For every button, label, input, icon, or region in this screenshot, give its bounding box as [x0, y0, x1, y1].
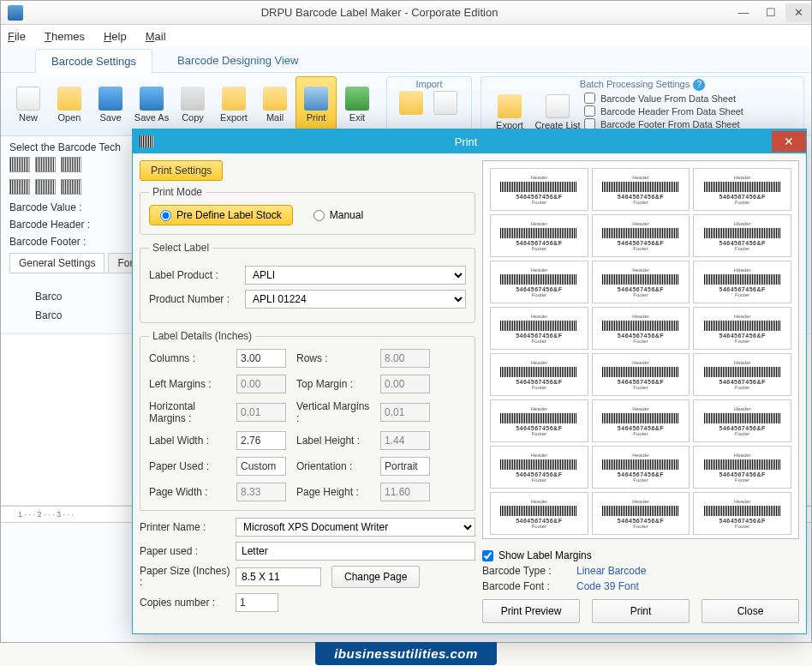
save-icon — [99, 87, 122, 111]
excel-icon — [399, 91, 423, 115]
menu-file[interactable]: File — [8, 30, 26, 43]
batch-create-list[interactable]: Create List — [531, 94, 584, 130]
batch-export[interactable]: Export — [488, 94, 531, 130]
top-margin-input[interactable] — [380, 375, 430, 393]
ribbon: New Open Save Save As Copy Export Mail P… — [1, 73, 811, 136]
import-excel[interactable] — [394, 91, 428, 117]
change-page-button[interactable]: Change Page — [331, 566, 420, 588]
barcode-value-label: Barcode Value : — [9, 201, 104, 213]
left-margin-input[interactable] — [236, 375, 286, 393]
label-preview-cell: Header5464567456&FFooter — [490, 261, 588, 303]
window-title: DRPU Barcode Label Maker - Corporate Edi… — [30, 6, 729, 19]
maximize-button[interactable]: ☐ — [758, 3, 784, 22]
barcode-icon — [140, 135, 153, 147]
barcode-font-value: Code 39 Font — [576, 580, 639, 592]
mail-icon — [263, 87, 287, 111]
columns-input[interactable] — [236, 349, 286, 368]
product-number-select[interactable]: APLI 01224 — [245, 290, 466, 309]
label-preview-cell: Header5464567456&FFooter — [592, 446, 690, 489]
print-mode-fieldset: Print Mode Pre Define Label Stock Manual — [140, 186, 475, 235]
paper-size-display — [236, 567, 321, 586]
dialog-titlebar: Print ✕ — [133, 129, 806, 153]
paper-used-input[interactable] — [236, 457, 286, 476]
print-settings-tab[interactable]: Print Settings — [140, 160, 223, 181]
subtab-general[interactable]: General Settings — [9, 253, 104, 273]
close-button[interactable]: ✕ — [785, 3, 811, 22]
label-preview-cell: Header5464567456&FFooter — [592, 261, 690, 303]
page-width-input[interactable] — [236, 483, 286, 501]
ribbon-mail[interactable]: Mail — [254, 76, 296, 132]
print-dialog: Print ✕ Print Settings Print Mode Pre De… — [132, 129, 807, 634]
ribbon-print[interactable]: Print — [296, 76, 337, 132]
ribbon-saveas[interactable]: Save As — [131, 76, 172, 132]
ribbon-save[interactable]: Save — [90, 76, 131, 132]
label-preview-cell: Header5464567456&FFooter — [490, 399, 588, 442]
label-preview-cell: Header5464567456&FFooter — [490, 168, 588, 211]
batch-options: Barcode Value From Data Sheet Barcode He… — [584, 93, 743, 131]
tab-barcode-designing-view[interactable]: Barcode Designing View — [161, 48, 314, 72]
barcode-thumb-icon[interactable] — [61, 179, 81, 195]
label-width-input[interactable] — [236, 431, 286, 450]
label-preview-cell: Header5464567456&FFooter — [693, 446, 791, 489]
radio-predefine-label-stock[interactable]: Pre Define Label Stock — [149, 205, 293, 225]
label-preview-cell: Header5464567456&FFooter — [592, 307, 690, 350]
vertical-margin-input[interactable] — [380, 403, 430, 422]
label-preview-cell: Header5464567456&FFooter — [693, 492, 791, 535]
ribbon-copy[interactable]: Copy — [172, 76, 213, 132]
ribbon-export[interactable]: Export — [213, 76, 254, 132]
dialog-title: Print — [160, 135, 772, 148]
ribbon-new[interactable]: New — [8, 76, 49, 132]
barcode-thumb-icon[interactable] — [9, 157, 30, 172]
label-preview-cell: Header5464567456&FFooter — [592, 214, 690, 257]
barcode-thumb-icon[interactable] — [9, 179, 30, 195]
radio-manual[interactable]: Manual — [313, 209, 363, 221]
label-preview-cell: Header5464567456&FFooter — [592, 353, 690, 396]
label-product-select[interactable]: APLI — [245, 266, 466, 285]
label-preview-cell: Header5464567456&FFooter — [490, 214, 588, 257]
titlebar: DRPU Barcode Label Maker - Corporate Edi… — [1, 1, 811, 25]
copy-icon — [181, 87, 205, 111]
label-preview-panel: Header5464567456&FFooterHeader5464567456… — [482, 160, 799, 539]
label-details-fieldset: Label Details (Inches) Columns : Rows : … — [140, 330, 475, 511]
label-preview-cell: Header5464567456&FFooter — [490, 446, 588, 489]
label-preview-cell: Header5464567456&FFooter — [693, 399, 791, 442]
tab-barcode-settings[interactable]: Barcode Settings — [35, 49, 152, 73]
file-icon — [433, 91, 457, 115]
dialog-close-button[interactable]: ✕ — [772, 131, 806, 152]
saveas-icon — [140, 87, 164, 111]
label-height-input[interactable] — [380, 431, 430, 450]
menu-help[interactable]: Help — [104, 30, 127, 43]
new-icon — [16, 87, 40, 111]
label-preview-cell: Header5464567456&FFooter — [592, 168, 690, 211]
print-preview-button[interactable]: Print Preview — [482, 599, 580, 623]
ribbon-open[interactable]: Open — [49, 76, 90, 132]
close-button[interactable]: Close — [702, 599, 799, 623]
import-file[interactable] — [428, 91, 463, 117]
menu-themes[interactable]: Themes — [45, 30, 85, 43]
help-icon[interactable]: ? — [693, 79, 705, 91]
horizontal-margin-input[interactable] — [236, 403, 286, 422]
menu-mail[interactable]: Mail — [146, 30, 166, 43]
open-icon — [57, 87, 81, 111]
batch-opt-header[interactable]: Barcode Header From Data Sheet — [584, 105, 743, 117]
orientation-input[interactable] — [380, 457, 430, 476]
batch-opt-value[interactable]: Barcode Value From Data Sheet — [584, 93, 743, 104]
ribbon-exit[interactable]: Exit — [337, 76, 378, 132]
print-icon — [304, 87, 328, 111]
printer-name-select[interactable]: Microsoft XPS Document Writer — [236, 518, 475, 537]
show-label-margins-checkbox[interactable]: Show Label Margins — [482, 549, 799, 561]
barcode-thumb-icon[interactable] — [35, 179, 56, 195]
label-preview-cell: Header5464567456&FFooter — [693, 261, 791, 303]
print-button[interactable]: Print — [592, 599, 690, 623]
barcode-thumb-icon[interactable] — [35, 157, 56, 172]
import-group: Import — [386, 76, 472, 133]
barcode-footer-label: Barcode Footer : — [9, 236, 104, 248]
label-preview-cell: Header5464567456&FFooter — [592, 492, 690, 535]
minimize-button[interactable]: — — [731, 3, 756, 22]
select-label-fieldset: Select Label Label Product :APLI Product… — [140, 242, 475, 323]
copies-number-input[interactable] — [236, 593, 278, 612]
rows-input[interactable] — [380, 349, 430, 368]
main-tabs: Barcode Settings Barcode Designing View — [1, 47, 811, 73]
page-height-input[interactable] — [380, 483, 430, 501]
barcode-thumb-icon[interactable] — [61, 157, 81, 172]
